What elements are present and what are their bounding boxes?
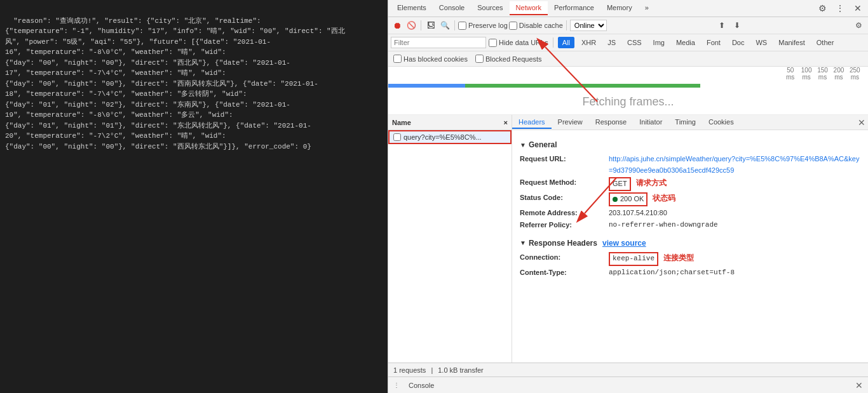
- view-source-link[interactable]: view source: [602, 237, 646, 250]
- status-code-highlight: 200 OK: [609, 192, 648, 206]
- preserve-log-checkbox[interactable]: [458, 22, 466, 30]
- request-list-header: Name ×: [388, 115, 512, 130]
- request-url-key: Request URL:: [520, 154, 609, 165]
- tab-console[interactable]: Console: [433, 1, 471, 15]
- filter-img[interactable]: Img: [649, 37, 669, 48]
- request-item-0[interactable]: query?city=%E5%8C%...: [388, 130, 512, 144]
- referrer-policy-value: no-referrer-when-downgrade: [609, 220, 718, 231]
- devtools: Elements Console Sources Network Perform…: [388, 0, 868, 393]
- connection-highlight: keep-alive: [609, 252, 658, 266]
- clear-button[interactable]: 🚫: [405, 19, 417, 32]
- record-button[interactable]: ⏺: [391, 19, 403, 32]
- status-code-key: Status Code:: [520, 192, 609, 204]
- timeline-bar-green: [465, 84, 700, 88]
- content-type-key: Content-Type:: [520, 267, 609, 279]
- transferred-size: 1.0 kB transfer: [438, 366, 484, 374]
- request-method-key: Request Method:: [520, 177, 609, 189]
- general-arrow: ▼: [520, 140, 526, 150]
- upload-download-btns: ⬆ ⬇: [715, 19, 743, 32]
- tab-timing[interactable]: Timing: [668, 116, 702, 129]
- search-icon[interactable]: 🔍: [438, 19, 451, 32]
- disable-cache-label[interactable]: Disable cache: [509, 22, 563, 30]
- remote-address-value: 203.107.54.210:80: [609, 208, 667, 219]
- details-panel: Headers Preview Response Initiator Timin…: [512, 115, 868, 363]
- tl-100ms: 100 ms: [798, 67, 814, 81]
- disable-cache-checkbox[interactable]: [509, 22, 517, 30]
- export-har-icon[interactable]: ⬇: [731, 19, 743, 32]
- timeline-bar-blue: [388, 84, 465, 88]
- status-code-value: 200 OK: [620, 194, 644, 205]
- console-tab-button[interactable]: Console: [405, 380, 438, 390]
- code-output: "reason": "查询成功!", "result": {"city": "北…: [0, 0, 388, 393]
- close-panel-icon[interactable]: ×: [504, 119, 508, 126]
- hide-data-urls-label[interactable]: Hide data URLs: [489, 39, 548, 47]
- has-blocked-cookies-label[interactable]: Has blocked cookies: [393, 55, 468, 63]
- tab-preview[interactable]: Preview: [552, 116, 589, 129]
- status-code-row: Status Code: 200 OK 状态码: [520, 192, 860, 206]
- blocked-requests-checkbox[interactable]: [475, 55, 484, 63]
- details-tabs: Headers Preview Response Initiator Timin…: [512, 115, 868, 130]
- tab-more[interactable]: »: [639, 1, 655, 15]
- filter-css[interactable]: CSS: [623, 37, 646, 48]
- filter-icon[interactable]: ⛾: [424, 19, 437, 32]
- tab-memory[interactable]: Memory: [600, 1, 639, 15]
- network-toolbar2: Hide data URLs All XHR JS CSS Img Media …: [388, 34, 868, 51]
- filter-media[interactable]: Media: [672, 37, 700, 48]
- filter-input[interactable]: [391, 37, 486, 48]
- remote-address-key: Remote Address:: [520, 208, 609, 219]
- has-blocked-cookies-checkbox[interactable]: [393, 55, 402, 63]
- connection-row: Connection: keep-alive 连接类型: [520, 252, 860, 266]
- tab-elements[interactable]: Elements: [391, 1, 433, 15]
- request-method-highlight: GET: [609, 177, 631, 191]
- tab-initiator[interactable]: Initiator: [633, 116, 668, 129]
- tab-sources[interactable]: Sources: [471, 1, 509, 15]
- connection-key: Connection:: [520, 252, 609, 263]
- network-settings-icon[interactable]: ⚙: [853, 19, 865, 32]
- console-drag-icon: ⋮: [393, 382, 400, 389]
- filter-other[interactable]: Other: [812, 37, 839, 48]
- blocked-requests-label[interactable]: Blocked Requests: [475, 55, 542, 63]
- network-toolbar1: ⏺ 🚫 ⛾ 🔍 Preserve log Disable cache Onlin…: [388, 17, 868, 34]
- devtools-panel: Elements Console Sources Network Perform…: [388, 0, 868, 393]
- import-har-icon[interactable]: ⬆: [715, 19, 728, 32]
- connection-annotation: 连接类型: [663, 252, 694, 264]
- filter-js[interactable]: JS: [603, 37, 620, 48]
- request-method-value: GET: [613, 178, 627, 190]
- tl-250ms: 250 ms: [847, 67, 863, 81]
- filter-ws[interactable]: WS: [751, 37, 771, 48]
- online-select[interactable]: Online: [570, 20, 607, 31]
- tl-200ms: 200 ms: [831, 67, 846, 81]
- request-method-row: Request Method: GET 请求方式: [520, 177, 860, 191]
- tab-cookies[interactable]: Cookies: [702, 116, 740, 129]
- timeline-bar-row: [388, 82, 868, 90]
- settings-icon[interactable]: ⚙: [815, 1, 830, 16]
- req-checkbox-0[interactable]: [393, 133, 401, 141]
- request-method-annotation: 请求方式: [636, 177, 667, 189]
- tab-performance[interactable]: Performance: [548, 1, 600, 15]
- filter-doc[interactable]: Doc: [728, 37, 749, 48]
- timeline-labels: 50 ms 100 ms 150 ms 200 ms 250 ms: [388, 67, 868, 82]
- filter-manifest[interactable]: Manifest: [774, 37, 810, 48]
- console-close-icon[interactable]: ✕: [855, 380, 863, 390]
- more-options-icon[interactable]: ⋮: [832, 1, 848, 16]
- tab-headers[interactable]: Headers: [512, 116, 552, 129]
- hide-data-urls-checkbox[interactable]: [489, 39, 497, 47]
- status-bar: 1 requests | 1.0 kB transfer: [388, 363, 868, 376]
- separator1: [421, 20, 421, 30]
- filter-all[interactable]: All: [558, 37, 574, 48]
- fetching-frames: Fetching frames...: [388, 90, 868, 115]
- network-toolbar3: Has blocked cookies Blocked Requests: [388, 51, 868, 67]
- response-headers-section-title: ▼ Response Headers view source: [520, 237, 860, 250]
- tab-network[interactable]: Network: [510, 1, 548, 15]
- request-url-row: Request URL: http://apis.juhe.cn/simpleW…: [520, 154, 860, 176]
- tab-response[interactable]: Response: [589, 116, 634, 129]
- filter-xhr[interactable]: XHR: [577, 37, 600, 48]
- details-close-icon[interactable]: ✕: [855, 116, 868, 129]
- filter-font[interactable]: Font: [702, 37, 725, 48]
- preserve-log-label[interactable]: Preserve log: [458, 22, 508, 30]
- tl-50ms: 50 ms: [782, 67, 798, 81]
- close-devtools-icon[interactable]: ✕: [850, 1, 865, 16]
- separator2: [454, 20, 455, 30]
- connection-value: keep-alive: [613, 253, 654, 265]
- console-bar: ⋮ Console ✕: [388, 376, 868, 393]
